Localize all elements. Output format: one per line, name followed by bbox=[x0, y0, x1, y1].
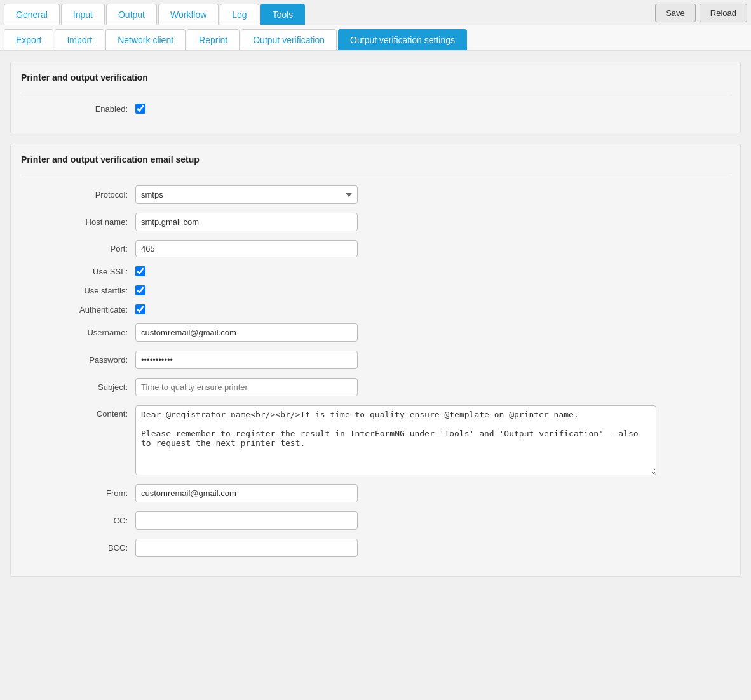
content-row: Content: Dear @registrator_name<br/><br/… bbox=[21, 405, 730, 475]
protocol-select[interactable]: smtp smtps starttls bbox=[135, 185, 358, 204]
port-input[interactable] bbox=[135, 240, 358, 257]
cc-label: CC: bbox=[21, 516, 135, 525]
subtab-export[interactable]: Export bbox=[4, 29, 53, 50]
subtab-import[interactable]: Import bbox=[55, 29, 104, 50]
top-tab-bar: General Input Output Workflow Log Tools … bbox=[0, 0, 751, 25]
section2-divider bbox=[21, 175, 730, 175]
username-label: Username: bbox=[21, 328, 135, 337]
password-label: Password: bbox=[21, 355, 135, 365]
tab-tools[interactable]: Tools bbox=[260, 4, 306, 25]
top-tabs-left: General Input Output Workflow Log Tools bbox=[4, 4, 305, 25]
bcc-input[interactable] bbox=[135, 539, 358, 557]
reload-button[interactable]: Reload bbox=[700, 4, 747, 22]
section1-title: Printer and output verification bbox=[21, 72, 730, 83]
use-ssl-checkbox[interactable] bbox=[135, 266, 145, 276]
bcc-row: BCC: bbox=[21, 539, 730, 557]
password-input[interactable] bbox=[135, 351, 358, 369]
use-starttls-row: Use starttls: bbox=[21, 285, 730, 295]
subject-input[interactable] bbox=[135, 378, 358, 396]
subtab-output-verification[interactable]: Output verification bbox=[241, 29, 337, 50]
hostname-row: Host name: bbox=[21, 213, 730, 231]
subject-row: Subject: bbox=[21, 378, 730, 396]
section-printer-output-verification: Printer and output verification Enabled: bbox=[10, 62, 741, 133]
section1-divider bbox=[21, 93, 730, 93]
content-textarea[interactable]: Dear @registrator_name<br/><br/>It is ti… bbox=[135, 405, 656, 475]
username-input[interactable] bbox=[135, 323, 358, 342]
authenticate-checkbox[interactable] bbox=[135, 304, 145, 314]
enabled-checkbox[interactable] bbox=[135, 104, 145, 114]
use-starttls-checkbox[interactable] bbox=[135, 285, 145, 295]
from-label: From: bbox=[21, 488, 135, 498]
port-label: Port: bbox=[21, 244, 135, 253]
subject-label: Subject: bbox=[21, 382, 135, 392]
content-label: Content: bbox=[21, 409, 135, 419]
use-starttls-label: Use starttls: bbox=[21, 286, 135, 295]
from-row: From: bbox=[21, 484, 730, 502]
bcc-label: BCC: bbox=[21, 543, 135, 553]
section-email-setup: Printer and output verification email se… bbox=[10, 144, 741, 577]
from-input[interactable] bbox=[135, 484, 358, 502]
use-ssl-row: Use SSL: bbox=[21, 266, 730, 276]
subtab-reprint[interactable]: Reprint bbox=[187, 29, 240, 50]
tab-output[interactable]: Output bbox=[106, 4, 157, 25]
cc-row: CC: bbox=[21, 511, 730, 530]
top-tab-actions: Save Reload bbox=[655, 4, 747, 25]
enabled-label: Enabled: bbox=[21, 104, 135, 114]
hostname-label: Host name: bbox=[21, 217, 135, 227]
subtab-output-verification-settings[interactable]: Output verification settings bbox=[338, 29, 467, 50]
port-row: Port: bbox=[21, 240, 730, 257]
enabled-row: Enabled: bbox=[21, 104, 730, 114]
tab-general[interactable]: General bbox=[4, 4, 60, 25]
subtab-network-client[interactable]: Network client bbox=[105, 29, 186, 50]
username-row: Username: bbox=[21, 323, 730, 342]
sub-tab-bar: Export Import Network client Reprint Out… bbox=[0, 25, 751, 51]
tab-input[interactable]: Input bbox=[61, 4, 105, 25]
save-button[interactable]: Save bbox=[655, 4, 696, 22]
authenticate-label: Authenticate: bbox=[21, 305, 135, 314]
cc-input[interactable] bbox=[135, 511, 358, 530]
section2-title: Printer and output verification email se… bbox=[21, 154, 730, 165]
protocol-label: Protocol: bbox=[21, 190, 135, 199]
use-ssl-label: Use SSL: bbox=[21, 267, 135, 276]
password-row: Password: bbox=[21, 351, 730, 369]
content-area: Printer and output verification Enabled:… bbox=[0, 51, 751, 623]
tab-log[interactable]: Log bbox=[220, 4, 259, 25]
protocol-row: Protocol: smtp smtps starttls bbox=[21, 185, 730, 204]
hostname-input[interactable] bbox=[135, 213, 358, 231]
tab-workflow[interactable]: Workflow bbox=[158, 4, 219, 25]
authenticate-row: Authenticate: bbox=[21, 304, 730, 314]
